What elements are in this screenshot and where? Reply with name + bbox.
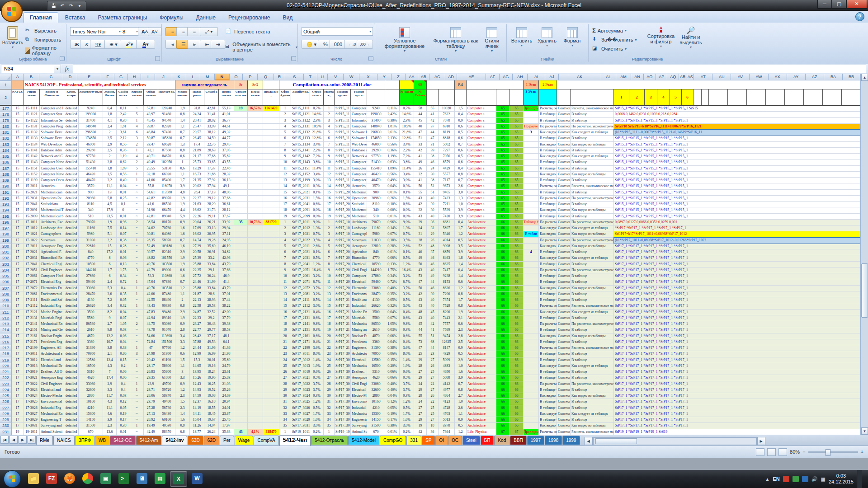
cell[interactable]: Как следует из таблицы xyxy=(571,411,614,417)
cell[interactable]: 2,6% xyxy=(310,244,324,249)
cell[interactable]: Как следует xyxy=(539,255,557,261)
cell[interactable]: 17-2041 xyxy=(24,262,40,267)
cell[interactable]: Statisticians xyxy=(40,202,64,207)
cell[interactable]: Architecture xyxy=(467,225,496,231)
find-select-button[interactable]: 🔎Найти и выделить▾ xyxy=(677,26,704,49)
cell[interactable]: 21,8% xyxy=(400,130,414,136)
cell[interactable]: 24 xyxy=(279,357,291,363)
cell[interactable]: 8110 xyxy=(367,202,385,207)
cell[interactable]: 3,7% xyxy=(400,387,414,393)
cell[interactable]: Проведем xyxy=(524,429,539,435)
cell[interactable] xyxy=(524,423,539,429)
cell[interactable]: 27,28 xyxy=(144,405,158,411)
cell[interactable]: 66 xyxy=(510,345,524,351)
cell[interactable]: 7290 xyxy=(439,291,455,297)
cell[interactable]: Computer a xyxy=(467,148,496,154)
cell[interactable]: SrP15_20 xyxy=(335,183,351,189)
cell[interactable]: 5 xyxy=(670,89,682,106)
cell[interactable]: Operations Re xyxy=(40,196,64,202)
cell[interactable]: 65 xyxy=(510,136,524,141)
column-header-T[interactable]: T xyxy=(304,74,317,80)
cell[interactable] xyxy=(248,417,263,423)
cell[interactable]: 5580 xyxy=(367,315,385,321)
cell[interactable]: В таблице xyxy=(571,399,614,405)
cell[interactable]: 10,9% xyxy=(400,124,414,130)
cell[interactable] xyxy=(248,136,263,141)
taskbar-filezilla-icon[interactable]: FZ xyxy=(43,471,60,486)
cell[interactable]: 1,6 xyxy=(175,273,190,279)
cell[interactable]: 41,06 xyxy=(144,178,158,183)
cell[interactable]: detailed xyxy=(64,333,79,339)
cell[interactable]: Computer a xyxy=(467,160,496,165)
cell[interactable]: 49,76 xyxy=(144,286,158,291)
cell[interactable] xyxy=(234,291,248,297)
cell[interactable]: 60160 xyxy=(158,417,175,423)
cell[interactable]: 47,04 xyxy=(144,279,158,285)
cell[interactable]: SrP17_3019 xyxy=(291,369,310,375)
cell[interactable]: Соотнош xyxy=(557,220,571,225)
cell[interactable]: 31 xyxy=(427,142,439,148)
cell[interactable]: 22 xyxy=(427,399,439,405)
cell[interactable]: 0,5% xyxy=(310,375,324,381)
column-header-AH[interactable]: AH xyxy=(513,74,528,80)
cell[interactable]: 87560 xyxy=(158,148,175,154)
cell[interactable]: 4 xyxy=(524,249,539,255)
cell[interactable]: 57,81 xyxy=(144,106,158,112)
cell[interactable]: 670 xyxy=(79,429,103,435)
cell[interactable]: Computer a xyxy=(467,118,496,124)
cell[interactable]: Подде ржка xyxy=(190,89,204,106)
cell[interactable]: 0,17 xyxy=(117,417,130,423)
cell[interactable]: 0,3% xyxy=(400,327,414,333)
cell[interactable]: 3,6% xyxy=(400,423,414,429)
cell[interactable]: SrP15_1111 xyxy=(291,106,310,112)
cell[interactable] xyxy=(524,148,539,154)
cell[interactable]: 0,15% xyxy=(385,357,400,363)
cell[interactable]: В таблице 6 xyxy=(539,405,557,411)
cell[interactable]: В таблице 6 xyxy=(539,262,557,267)
cell[interactable] xyxy=(248,244,263,249)
cell[interactable]: 15-2021 xyxy=(24,190,40,196)
cell[interactable]: 17 xyxy=(12,375,24,381)
cell[interactable]: 3,4% xyxy=(400,142,414,148)
cell[interactable]: 0,5% xyxy=(400,297,414,303)
cell[interactable]: 9240 xyxy=(367,106,385,112)
cell[interactable]: Расчеты, эк xyxy=(539,183,557,189)
cell[interactable]: ~ xyxy=(130,339,144,345)
cell[interactable]: 1,4 xyxy=(455,262,467,267)
formula-input[interactable] xyxy=(73,65,866,73)
cell[interactable]: 3 Этап xyxy=(524,89,539,106)
cell[interactable]: 53150 xyxy=(158,166,175,172)
cell[interactable]: 21,88 xyxy=(204,172,219,178)
formula-strip-cell[interactable]: SrP17_1 *SrP17_1 *SrP17_1 *SrP17_1 *SrP1… xyxy=(614,363,860,369)
cell[interactable]: 15-1143 xyxy=(24,160,40,165)
cell[interactable]: SrP15_1199 xyxy=(291,178,310,183)
cell[interactable]: detailed xyxy=(64,387,79,393)
cell[interactable]: 66 xyxy=(510,231,524,237)
cell[interactable]: 0,4% xyxy=(310,339,324,345)
cell[interactable]: 65 xyxy=(510,202,524,207)
cell[interactable]: 0,06 xyxy=(117,255,130,261)
cell[interactable]: 0,5% xyxy=(400,255,414,261)
cell[interactable]: detailed xyxy=(64,190,79,196)
cell[interactable] xyxy=(524,214,539,220)
column-header-AU[interactable]: AU xyxy=(712,74,731,80)
cell[interactable]: 1,4% xyxy=(310,357,324,363)
cell[interactable]: 42,81 xyxy=(204,106,219,112)
cell[interactable]: 66 xyxy=(496,423,510,429)
cell[interactable]: 29 xyxy=(414,357,427,363)
row-header-185[interactable]: 185 xyxy=(0,154,12,160)
cell[interactable]: Как видно из xyxy=(539,286,557,291)
cell[interactable]: SrP15_20 xyxy=(335,196,351,202)
row-header-187[interactable]: 187 xyxy=(0,166,12,172)
cell[interactable]: 1,2% xyxy=(310,262,324,267)
cell[interactable]: Таблица 65 xyxy=(524,220,539,225)
cell[interactable] xyxy=(439,89,455,106)
cell[interactable]: Architecture xyxy=(467,321,496,327)
cell[interactable]: 24,79 xyxy=(219,363,234,369)
cell[interactable]: 0,03% xyxy=(385,327,400,333)
cell[interactable]: detailed xyxy=(64,405,79,411)
cell[interactable]: Electrical Eng xyxy=(40,279,64,285)
cell[interactable]: В таблице 6 xyxy=(539,148,557,154)
cell[interactable]: В таблице xyxy=(571,166,614,172)
cell[interactable]: 3 xyxy=(130,267,144,273)
